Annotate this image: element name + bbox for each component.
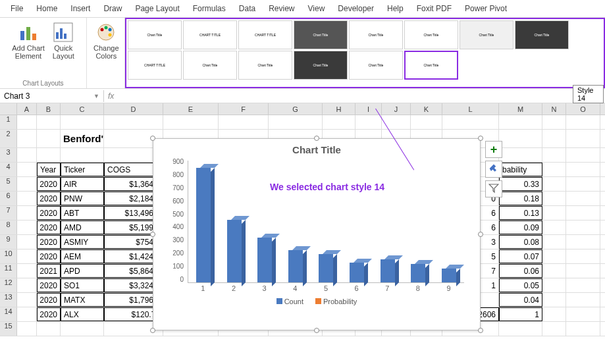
cell[interactable]	[17, 235, 37, 249]
cell[interactable]	[17, 115, 37, 129]
menu-insert[interactable]: Insert	[64, 1, 97, 16]
chart-plot-area[interactable]: 9008007006005004003002001000 123456789	[167, 158, 467, 296]
cell[interactable]	[566, 278, 600, 292]
resize-handle[interactable]	[150, 328, 155, 333]
chart-style-2[interactable]: CHART TITLE	[183, 20, 237, 49]
cell[interactable]: Ticker	[61, 163, 104, 176]
chart-style-11[interactable]: Chart Title	[238, 51, 292, 80]
cell[interactable]	[17, 264, 37, 278]
cell[interactable]	[542, 206, 566, 220]
cell[interactable]: 0.04	[499, 293, 542, 307]
name-box[interactable]: Chart 3 ▼	[0, 90, 104, 102]
resize-handle[interactable]	[478, 232, 483, 237]
chart-elements-button[interactable]: +	[485, 141, 502, 158]
cell[interactable]	[542, 235, 566, 249]
menu-review[interactable]: Review	[262, 1, 301, 16]
chart-filters-button[interactable]	[485, 180, 502, 197]
cell[interactable]	[219, 115, 269, 129]
cell[interactable]	[17, 278, 37, 292]
chart-style-7[interactable]: Chart Title	[460, 20, 513, 49]
cell[interactable]	[566, 115, 600, 129]
cell[interactable]	[269, 115, 323, 129]
cell[interactable]: 0.09	[499, 221, 542, 234]
cell[interactable]	[566, 235, 600, 249]
cell[interactable]	[566, 192, 600, 205]
col-B[interactable]: B	[37, 103, 61, 115]
col-D[interactable]: D	[104, 103, 163, 115]
cell[interactable]	[323, 115, 355, 129]
row-number[interactable]: 9	[0, 235, 17, 249]
cell[interactable]: 2020	[37, 221, 61, 234]
change-colors-button[interactable]: Change Colors	[91, 20, 122, 61]
cell[interactable]: 0.05	[499, 278, 542, 292]
menu-home[interactable]: Home	[30, 1, 64, 16]
cell[interactable]	[542, 278, 566, 292]
cell[interactable]	[17, 192, 37, 205]
cell[interactable]	[17, 148, 37, 162]
cell[interactable]	[17, 206, 37, 220]
resize-handle[interactable]	[478, 136, 483, 141]
row-number[interactable]: 5	[0, 177, 17, 191]
chart-style-1[interactable]: Chart Title	[128, 20, 182, 49]
cell[interactable]	[61, 322, 104, 336]
col-F[interactable]: F	[219, 103, 269, 115]
menu-draw[interactable]: Draw	[97, 1, 128, 16]
add-chart-element-button[interactable]: Add Chart Element	[9, 20, 47, 61]
menu-developer[interactable]: Developer	[331, 1, 381, 16]
resize-handle[interactable]	[314, 328, 319, 333]
cell[interactable]	[542, 221, 566, 234]
cell[interactable]	[17, 130, 37, 147]
cell[interactable]: 2021	[37, 264, 61, 278]
chart-style-4[interactable]: Chart Title	[294, 20, 348, 49]
cell[interactable]: 2020	[37, 249, 61, 263]
cell[interactable]	[566, 163, 600, 176]
col-M[interactable]: M	[499, 103, 542, 115]
cell[interactable]	[17, 221, 37, 234]
cell[interactable]	[411, 115, 442, 129]
menu-page-layout[interactable]: Page Layout	[128, 1, 186, 16]
cell[interactable]: 0.33	[499, 177, 542, 191]
row-number[interactable]: 12	[0, 278, 17, 292]
cell[interactable]: ABT	[61, 206, 104, 220]
cell[interactable]	[566, 221, 600, 234]
cell[interactable]: SO1	[61, 278, 104, 292]
row-number[interactable]: 13	[0, 293, 17, 307]
cell[interactable]	[61, 148, 104, 162]
chart-title[interactable]: Chart Title	[153, 139, 480, 158]
menu-view[interactable]: View	[302, 1, 332, 16]
cell[interactable]: Benford's	[61, 130, 104, 147]
resize-handle[interactable]	[150, 136, 155, 141]
cell[interactable]: 1	[499, 307, 542, 321]
cell[interactable]	[542, 163, 566, 176]
cell[interactable]: bability	[499, 163, 542, 176]
cell[interactable]: ASMIY	[61, 235, 104, 249]
row-number[interactable]: 15	[0, 322, 17, 336]
cell[interactable]	[499, 148, 542, 162]
cell[interactable]: AIR	[61, 177, 104, 191]
col-C[interactable]: C	[61, 103, 104, 115]
cell[interactable]	[37, 322, 61, 336]
fx-icon[interactable]: fx	[104, 91, 118, 101]
cell[interactable]	[566, 264, 600, 278]
row-number[interactable]: 7	[0, 206, 17, 220]
chart-style-14[interactable]: Chart Title	[404, 51, 458, 80]
cell[interactable]: 2020	[37, 278, 61, 292]
cell[interactable]	[542, 115, 566, 129]
cell[interactable]	[542, 148, 566, 162]
chart-style-5[interactable]: Chart Title	[349, 20, 403, 49]
cell[interactable]	[566, 130, 600, 147]
cell[interactable]	[37, 130, 61, 147]
cell[interactable]: 0.13	[499, 206, 542, 220]
cell[interactable]	[17, 163, 37, 176]
cell[interactable]	[566, 148, 600, 162]
cell[interactable]	[542, 177, 566, 191]
row-number[interactable]: 11	[0, 264, 17, 278]
row-number[interactable]: 2	[0, 130, 17, 147]
menu-help[interactable]: Help	[381, 1, 410, 16]
chart-style-gallery[interactable]: Chart Title CHART TITLE CHART TITLE Char…	[125, 18, 605, 88]
quick-layout-button[interactable]: Quick Layout	[50, 20, 77, 61]
cell[interactable]: PNW	[61, 192, 104, 205]
cell[interactable]	[566, 307, 600, 321]
cell[interactable]: 2020	[37, 307, 61, 321]
chart-object[interactable]: Chart Title 9008007006005004003002001000…	[153, 138, 481, 330]
